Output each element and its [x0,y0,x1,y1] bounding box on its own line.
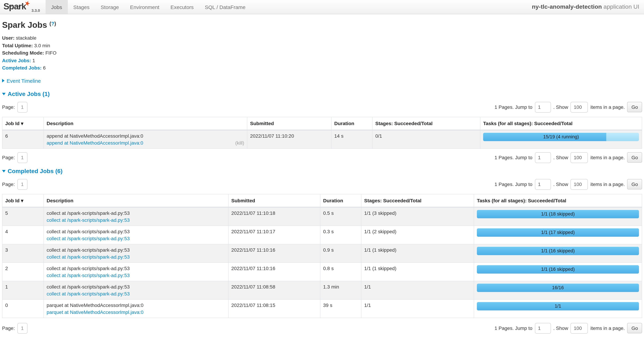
spark-logo: APACHE Spark ★ 3.3.0 [0,0,46,14]
col-job-id[interactable]: Job Id ▾ [2,117,44,130]
caret-down-icon [2,93,6,95]
page-label: Page: [2,325,15,331]
completed-job-row-1: 1 collect at /spark-scripts/spark-ad.py:… [2,281,642,299]
col-stages[interactable]: Stages: Succeeded/Total [372,117,480,130]
kill-link[interactable]: (kill) [235,139,244,146]
apache-label: APACHE [9,1,20,11]
completed-jobs-section-header[interactable]: Completed Jobs (6) [2,168,642,175]
job-stages: 1/1 (3 skipped) [361,207,474,226]
job-id: 2 [2,263,44,281]
progress-label: 1/1 (16 skipped) [477,247,639,255]
col-description[interactable]: Description [44,117,247,130]
col-duration[interactable]: Duration [331,117,372,130]
col-tasks[interactable]: Tasks (for all stages): Succeeded/Total [480,117,642,130]
tab-sql-dataframe[interactable]: SQL / DataFrame [199,0,251,14]
tasks-progress-bar: 1/1 (16 skipped) [477,265,639,273]
job-description-link[interactable]: collect at /spark-scripts/spark-ad.py:53 [46,236,130,241]
go-button[interactable]: Go [627,323,642,333]
active-jobs-link[interactable]: Active Jobs: [2,57,31,63]
application-name-bold: ny-tlc-anomaly-detection [532,3,602,10]
page-number-input[interactable] [17,152,27,163]
page-number-input[interactable] [17,179,27,190]
event-timeline-label: Event Timeline [6,78,41,84]
job-duration: 0.3 s [320,226,361,244]
tab-storage[interactable]: Storage [95,0,124,14]
tasks-progress-bar: 16/16 [477,284,639,292]
active-jobs-section-header[interactable]: Active Jobs (1) [2,90,642,97]
tasks-progress-bar: 1/1 (16 skipped) [477,247,639,255]
completed-job-row-0: 0 parquet at NativeMethodAccessorImpl.ja… [2,299,642,318]
event-timeline-toggle[interactable]: Event Timeline [2,78,642,84]
active-jobs-header-row: Job Id ▾ Description Submitted Duration … [2,117,642,130]
job-submitted: 2022/11/07 11:10:17 [228,226,320,244]
job-description-link[interactable]: collect at /spark-scripts/spark-ad.py:53 [46,254,130,260]
items-per-page-input[interactable] [570,179,588,190]
user-value: stackable [16,35,36,41]
completed-jobs-link[interactable]: Completed Jobs: [2,65,42,70]
help-question-icon[interactable]: ? [51,20,54,26]
col-stages[interactable]: Stages: Succeeded/Total [361,194,474,207]
job-description: collect at /spark-scripts/spark-ad.py:53 [46,246,226,253]
items-per-page-input[interactable] [570,323,588,334]
col-submitted[interactable]: Submitted [228,194,320,207]
go-button[interactable]: Go [627,179,642,189]
job-stages: 1/1 (1 skipped) [361,263,474,281]
job-description-link[interactable]: collect at /spark-scripts/spark-ad.py:53 [46,272,130,278]
jump-to-page-input[interactable] [535,152,551,163]
tab-executors[interactable]: Executors [165,0,199,14]
tab-environment[interactable]: Environment [124,0,165,14]
job-stages: 1/1 [361,299,474,318]
user-label: User: [2,35,14,41]
col-submitted[interactable]: Submitted [247,117,331,130]
job-description-link[interactable]: parquet at NativeMethodAccessorImpl.java… [46,309,144,315]
tab-jobs[interactable]: Jobs [46,0,68,14]
completed-job-row-2: 2 collect at /spark-scripts/spark-ad.py:… [2,263,642,281]
progress-label: 15/19 (4 running) [483,133,639,141]
col-tasks[interactable]: Tasks (for all stages): Succeeded/Total [474,194,642,207]
job-description-cell: collect at /spark-scripts/spark-ad.py:53… [44,263,228,281]
spark-version: 3.3.0 [32,8,40,12]
job-description-link[interactable]: append at NativeMethodAccessorImpl.java:… [46,139,143,146]
completed-jobs-table: Job Id ▾ Description Submitted Duration … [2,194,642,318]
jump-to-page-input[interactable] [535,323,551,334]
page-label: Page: [2,181,15,187]
job-stages: 0/1 [372,130,480,148]
job-tasks-cell: 15/19 (4 running) [480,130,642,148]
page-number-input[interactable] [17,323,27,334]
col-duration[interactable]: Duration [320,194,361,207]
items-per-page-input[interactable] [570,152,588,163]
job-description-cell: collect at /spark-scripts/spark-ad.py:53… [44,244,228,263]
job-description: collect at /spark-scripts/spark-ad.py:53 [46,228,226,235]
job-description: collect at /spark-scripts/spark-ad.py:53 [46,265,226,272]
summary-completed-jobs: Completed Jobs: 6 [2,64,642,72]
job-tasks-cell: 1/1 (18 skipped) [474,207,642,226]
jump-to-page-input[interactable] [535,102,551,112]
go-button[interactable]: Go [627,102,642,112]
completed-jobs-section-title: Completed Jobs (6) [8,168,62,175]
job-duration: 14 s [331,130,372,148]
job-description-link[interactable]: collect at /spark-scripts/spark-ad.py:53 [46,217,130,223]
jump-to-page-input[interactable] [535,179,551,190]
col-description[interactable]: Description [44,194,228,207]
items-per-page-input[interactable] [570,102,588,112]
job-id: 1 [2,281,44,299]
application-ui-suffix: application UI [602,3,639,10]
job-description: append at NativeMethodAccessorImpl.java:… [46,132,244,139]
scheduling-mode-label: Scheduling Mode: [2,50,44,56]
job-submitted: 2022/11/07 11:08:15 [228,299,320,318]
show-text: . Show [553,155,568,160]
caret-down-icon [2,170,6,172]
page-number-input[interactable] [17,102,27,112]
col-job-id[interactable]: Job Id ▾ [2,194,44,207]
job-description-link[interactable]: collect at /spark-scripts/spark-ad.py:53 [46,291,130,296]
completed-job-row-3: 3 collect at /spark-scripts/spark-ad.py:… [2,244,642,263]
job-submitted: 2022/11/07 11:10:16 [228,263,320,281]
show-text: . Show [553,104,568,110]
completed-jobs-count: 6 [43,65,46,70]
job-summary: User: stackable Total Uptime: 3.0 min Sc… [2,34,642,72]
uptime-value: 3.0 min [34,42,50,48]
summary-uptime: Total Uptime: 3.0 min [2,42,642,49]
tab-stages[interactable]: Stages [68,0,95,14]
go-button[interactable]: Go [627,152,642,163]
help-link: (?) [50,20,56,26]
